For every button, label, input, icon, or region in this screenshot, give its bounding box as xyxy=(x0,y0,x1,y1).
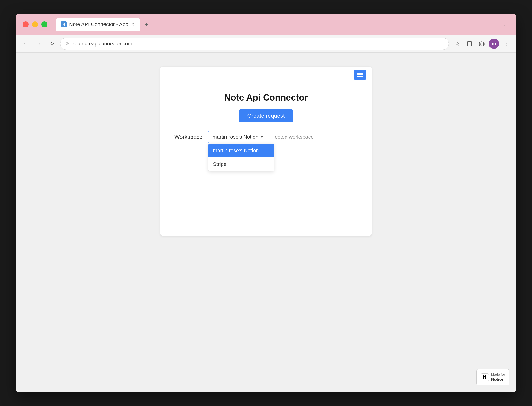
page-content: Note Api Connector Create request Worksp… xyxy=(16,53,516,392)
browser-titlebar: N Note API Connector - App ✕ + ⌄ xyxy=(16,14,516,35)
hamburger-menu-button[interactable] xyxy=(354,70,366,80)
traffic-light-green[interactable] xyxy=(41,21,47,28)
extensions-icon[interactable] xyxy=(477,38,487,49)
bookmark-icon[interactable]: ☆ xyxy=(452,38,462,49)
notion-logo-icon: N xyxy=(481,373,489,381)
notion-badge-text: Made for Notion xyxy=(491,372,505,382)
active-tab[interactable]: N Note API Connector - App ✕ xyxy=(56,18,140,31)
notion-label: Notion xyxy=(491,377,505,382)
menu-line-1 xyxy=(357,73,363,73)
workspace-row: Workspace martin rose's Notion ▾ martin … xyxy=(174,131,358,143)
new-tab-button[interactable]: + xyxy=(142,20,151,29)
app-title: Note Api Connector xyxy=(174,93,358,103)
traffic-light-yellow[interactable] xyxy=(32,21,38,28)
app-card-body: Note Api Connector Create request Worksp… xyxy=(160,83,372,152)
workspace-select: martin rose's Notion ▾ martin rose's Not… xyxy=(208,131,267,143)
tab-dropdown-button[interactable]: ⌄ xyxy=(500,20,510,29)
menu-line-3 xyxy=(357,76,363,77)
toolbar-actions: ☆ m ⋮ xyxy=(452,38,511,49)
tab-close-button[interactable]: ✕ xyxy=(131,22,135,27)
workspace-hint-text: ected workspace xyxy=(275,134,314,140)
save-to-notion-icon[interactable] xyxy=(464,38,475,49)
traffic-light-red[interactable] xyxy=(22,21,29,28)
tab-title: Note API Connector - App xyxy=(69,21,128,28)
menu-line-2 xyxy=(357,74,363,75)
browser-window: N Note API Connector - App ✕ + ⌄ ← → ↻ ⚙… xyxy=(16,14,516,392)
workspace-label: Workspace xyxy=(174,134,203,140)
security-icon: ⚙ xyxy=(65,41,69,46)
address-bar[interactable]: ⚙ app.noteapiconnector.com xyxy=(60,38,449,50)
notion-badge: N Made for Notion xyxy=(476,369,510,385)
app-card-header xyxy=(160,67,372,83)
browser-toolbar: ← → ↻ ⚙ app.noteapiconnector.com ☆ m ⋮ xyxy=(16,35,516,53)
traffic-lights xyxy=(22,21,47,28)
workspace-option-stripe[interactable]: Stripe xyxy=(208,157,274,171)
tab-bar: N Note API Connector - App ✕ + ⌄ xyxy=(56,18,510,31)
workspace-select-button[interactable]: martin rose's Notion ▾ xyxy=(208,131,267,143)
reload-button[interactable]: ↻ xyxy=(47,39,57,49)
workspace-option-martin-rose[interactable]: martin rose's Notion xyxy=(208,144,274,157)
menu-icon[interactable]: ⋮ xyxy=(501,38,511,49)
app-card: Note Api Connector Create request Worksp… xyxy=(160,67,372,236)
tab-favicon: N xyxy=(61,21,67,28)
create-request-button[interactable]: Create request xyxy=(239,109,293,123)
made-for-label: Made for xyxy=(491,372,505,377)
forward-button[interactable]: → xyxy=(34,39,44,49)
workspace-selected-value: martin rose's Notion xyxy=(213,134,258,140)
chevron-down-icon: ▾ xyxy=(261,134,263,140)
back-button[interactable]: ← xyxy=(21,39,30,49)
workspace-dropdown: martin rose's Notion Stripe xyxy=(208,144,274,171)
url-text: app.noteapiconnector.com xyxy=(72,41,132,47)
profile-button[interactable]: m xyxy=(489,38,499,49)
